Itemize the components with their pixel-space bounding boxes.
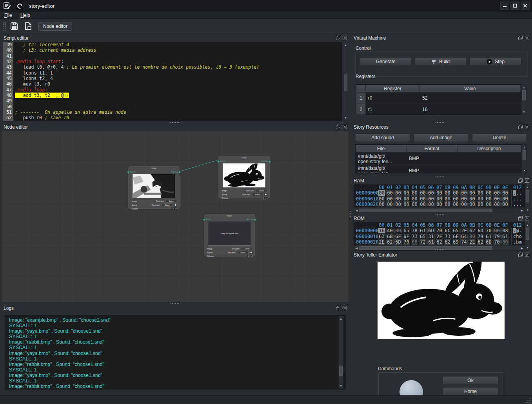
hex-byte[interactable]: 00 [419,202,427,207]
image-select-button[interactable]: Select [256,189,267,192]
menu-file[interactable]: File [0,13,16,18]
port-in-connector[interactable] [127,171,129,173]
maximize-button[interactable] [510,2,519,10]
hex-byte[interactable]: 6D [485,239,492,245]
scroll-up-arrow[interactable]: ▲ [339,317,343,321]
logs-output[interactable]: Image: "example.bmp" , Sound: "choose1.s… [5,315,346,389]
hex-byte[interactable]: 00 [436,190,443,196]
ram-vscrollbar[interactable]: ▲ ▼ [525,184,530,213]
window-menu-icon[interactable] [3,2,12,10]
scroll-up-arrow[interactable]: ▲ [522,145,527,149]
close-icon[interactable] [525,124,530,129]
hex-byte[interactable]: 00 [378,202,385,207]
hex-byte[interactable]: 00 [477,202,484,207]
script-editor-content[interactable]: 39 ; t2: increment 440 ; t3: current med… [3,42,342,121]
float-icon[interactable] [336,124,341,129]
description-cell[interactable] [458,153,521,164]
hex-byte[interactable]: 00 [394,196,402,202]
hex-byte[interactable]: 00 [444,196,451,202]
hex-byte[interactable]: 72 [419,239,427,245]
hex-row[interactable]: 0000001000000000000000000000000000000000… [354,196,525,202]
scroll-down-arrow[interactable]: ▼ [525,246,530,250]
float-icon[interactable] [518,216,523,221]
hex-byte[interactable]: 6D [394,239,402,245]
hex-byte[interactable]: 00 [493,228,501,233]
hex-byte[interactable]: 64 [460,234,468,239]
hex-byte[interactable]: 00 [394,190,402,196]
scroll-right-arrow[interactable]: ▶ [520,208,524,213]
ok-button[interactable]: Ok [442,376,499,385]
rom-dock-titlebar[interactable]: ROM [352,215,531,222]
script-line[interactable]: 46 mov t3, r0 [3,81,342,87]
column-splitter-handle[interactable] [349,211,351,218]
resource-row[interactable]: /mnt/data/git/ open-story-tell…BMP [356,153,521,165]
emulator-dock-titlebar[interactable]: Story Teller Emulator [352,251,531,258]
register-row[interactable]: 1r052 [356,93,521,104]
add-sound-button[interactable]: Add sound [355,133,410,142]
hex-byte[interactable]: 16 [378,228,385,233]
home-button[interactable]: Home [442,387,499,396]
hex-byte[interactable]: 69 [452,239,459,245]
registers-table[interactable]: RegisterValue1r0522r116 [356,84,521,115]
sound-select-button[interactable]: Select [252,193,263,196]
hex-byte[interactable]: 00 [436,196,443,202]
format-cell[interactable]: BMP [407,153,458,164]
scroll-right-arrow[interactable]: ▶ [520,246,524,250]
toolbar-drag-handle[interactable] [3,22,5,31]
description-cell[interactable] [458,165,521,173]
sound-play-button[interactable] [250,251,253,254]
script-line[interactable]: 49 [3,98,342,104]
build-button[interactable]: Build [415,57,467,66]
hex-byte[interactable]: 00 [411,190,418,196]
hex-row[interactable]: 0000001063686F6F7365312E736E640079617961… [354,234,525,239]
hex-byte[interactable]: 00 [411,202,418,207]
spinbox-arrows[interactable]: ▲▼ [175,208,177,209]
hex-byte[interactable]: 70 [403,239,410,245]
hex-byte[interactable]: 00 [501,239,509,245]
hex-byte[interactable]: 62 [386,239,394,245]
hex-byte[interactable]: 00 [411,196,418,202]
float-icon[interactable] [336,35,341,40]
resources-vscrollbar[interactable]: ▲ ▼ [522,144,527,173]
image-select-button[interactable]: Select [241,247,253,250]
register-name-cell[interactable]: r0 [366,93,420,104]
column-header[interactable]: Register [366,85,420,93]
float-icon[interactable] [518,178,523,183]
hex-byte[interactable]: 00 [452,196,459,202]
node-canvas[interactable]: NodePort InPort OutImageTextLabelSelectS… [2,131,349,302]
add-image-button[interactable]: Add image [414,133,468,142]
script-editor-vscrollbar[interactable]: ▲ ▼ [343,42,348,121]
script-line[interactable]: 42.media_loop_start: [3,59,342,64]
script-line[interactable]: 47.media_loop: [3,87,342,93]
script-line[interactable]: 52 push r0 ; save r0 [3,115,342,120]
hex-byte[interactable]: 00 [468,234,476,239]
resources-dock-titlebar[interactable]: Story Resources [352,124,531,131]
hex-byte[interactable]: 62 [444,239,451,245]
resource-row[interactable]: /mnt/data/git/ open-story-tellBMP [356,165,521,173]
file-cell[interactable]: /mnt/data/git/ open-story-tell [356,165,407,173]
hex-row[interactable]: 0000000000000000000000000000000000000000… [354,190,525,196]
hex-byte[interactable]: 2E [460,228,468,233]
hex-byte[interactable]: 00 [419,190,427,196]
ram-hex-view[interactable]: 000102030405060708090A0B0C0D0E0F01200000… [354,184,525,207]
hex-byte[interactable]: 6D [477,228,484,233]
delete-button[interactable]: Delete [472,133,527,142]
hex-byte[interactable]: 65 [452,228,459,233]
column-header[interactable]: File [356,145,407,153]
hex-byte[interactable]: 70 [485,228,492,233]
script-line[interactable]: 50 [3,104,342,109]
hex-byte[interactable]: 00 [501,190,509,196]
hex-row[interactable]: 000000202E626D70007261626269742E626D7000… [354,239,525,245]
hex-byte[interactable]: 00 [386,196,394,202]
scroll-down-arrow[interactable]: ▼ [525,208,530,212]
close-icon[interactable] [525,252,530,257]
scroll-down-arrow[interactable]: ▼ [339,384,343,388]
hex-byte[interactable]: 00 [427,190,435,196]
resources-table[interactable]: FileFormatDescription/mnt/data/git/ open… [355,144,521,173]
hex-byte[interactable]: 00 [485,202,492,207]
scroll-up-arrow[interactable]: ▲ [525,223,530,227]
hex-byte[interactable]: 61 [485,234,492,239]
script-line[interactable]: 40 ; t3: current media address [3,47,342,53]
scroll-thumb[interactable] [526,227,529,240]
sound-select-button[interactable]: Select [162,204,173,207]
